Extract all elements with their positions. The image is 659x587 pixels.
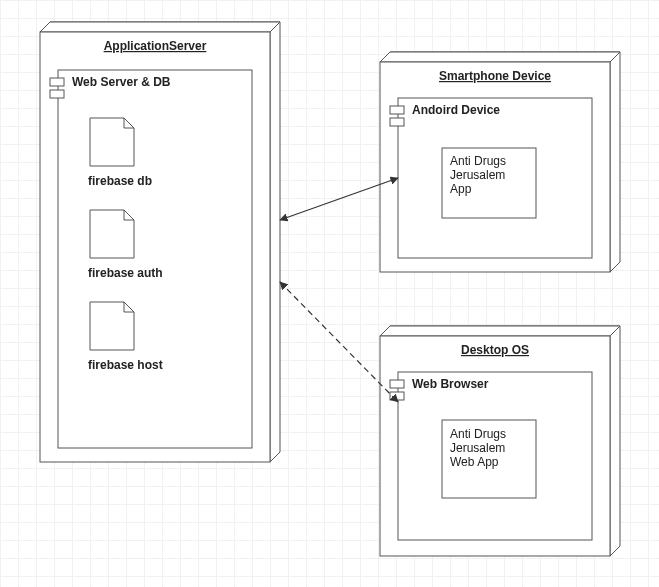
artifact-firebase-auth-label: firebase auth <box>88 266 163 280</box>
node-application-server-title: ApplicationServer <box>104 39 207 53</box>
component-android-device: Andoird Device Anti Drugs Jerusalem App <box>390 98 592 258</box>
svg-marker-5 <box>380 52 620 62</box>
artifact-anti-drugs-app: Anti Drugs Jerusalem App <box>442 148 536 218</box>
component-android-device-title: Andoird Device <box>412 103 500 117</box>
component-lug-icon <box>390 118 404 126</box>
component-lug-icon <box>390 106 404 114</box>
artifact-firebase-host-label: firebase host <box>88 358 163 372</box>
component-web-server-db-title: Web Server & DB <box>72 75 171 89</box>
component-web-server-db: Web Server & DB firebase db firebase aut… <box>50 70 252 448</box>
diagram-canvas: ApplicationServer Web Server & DB fireba… <box>0 0 659 587</box>
node-desktop-os: Desktop OS Web Browser Anti Drugs Jerusa… <box>380 326 620 556</box>
component-web-browser-title: Web Browser <box>412 377 489 391</box>
node-smartphone-device: Smartphone Device Andoird Device Anti Dr… <box>380 52 620 272</box>
svg-rect-3 <box>58 70 252 448</box>
artifact-anti-drugs-web-app: Anti Drugs Jerusalem Web App <box>442 420 536 498</box>
component-lug-icon <box>390 392 404 400</box>
component-lug-icon <box>50 78 64 86</box>
svg-marker-1 <box>40 22 280 32</box>
node-smartphone-device-title: Smartphone Device <box>439 69 551 83</box>
component-web-browser: Web Browser Anti Drugs Jerusalem Web App <box>390 372 592 540</box>
component-lug-icon <box>390 380 404 388</box>
svg-marker-10 <box>380 326 620 336</box>
component-lug-icon <box>50 90 64 98</box>
node-desktop-os-title: Desktop OS <box>461 343 529 357</box>
node-application-server: ApplicationServer Web Server & DB fireba… <box>40 22 280 462</box>
artifact-firebase-db-label: firebase db <box>88 174 152 188</box>
